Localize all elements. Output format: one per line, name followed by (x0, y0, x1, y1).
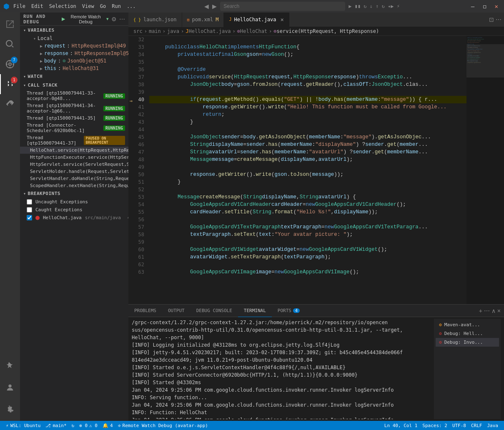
panel-more-button[interactable]: ⋯ (484, 308, 490, 314)
tab-launch-json[interactable]: { } launch.json (128, 12, 182, 27)
activity-testing[interactable] (0, 356, 20, 376)
panel-tab-problems[interactable]: PROBLEMS (128, 305, 162, 317)
activity-git[interactable]: 7 (0, 54, 20, 74)
sync-status[interactable]: ↻ (69, 423, 77, 428)
breadcrumb-src[interactable]: src (133, 28, 143, 34)
terminal-content[interactable]: /grpc-context/1.27.2/grpc-context-1.27.2… (128, 317, 504, 421)
panel-tab-ports[interactable]: PORTS 4 (272, 305, 306, 317)
indentation-status[interactable]: Spaces: 2 (420, 423, 450, 428)
ln-50: 50 (128, 171, 148, 178)
tab-pom-xml[interactable]: ⊞ pom.xml M (182, 12, 224, 27)
encoding-label: UTF-8 (452, 423, 466, 428)
git-branch-status[interactable]: ⎇ main* (43, 423, 69, 428)
bp-uncaught[interactable]: Uncaught Exceptions (20, 198, 128, 206)
code-line-62 (149, 261, 466, 268)
var-body[interactable]: ▶ body : ⊙ JsonObject@51 (20, 57, 128, 65)
frame-3[interactable]: HttpServlet.service(ServletRequest,Servl… (20, 161, 128, 168)
menu-edit[interactable]: Edit (31, 3, 43, 9)
terminal-debug-hell-item[interactable]: ⚙ Debug: Hell... (436, 329, 499, 338)
local-scope[interactable]: ▾ Local (20, 35, 128, 42)
variables-section-header[interactable]: ▾ VARIABLES (20, 26, 128, 35)
menu-file[interactable]: File (13, 3, 25, 9)
menu-selection[interactable]: Selection (49, 3, 76, 9)
encoding-status[interactable]: UTF-8 (450, 423, 469, 428)
activity-extensions[interactable] (0, 94, 20, 114)
nav-forward-button[interactable]: ▶ (212, 3, 217, 10)
panel-tab-terminal[interactable]: TERMINAL (238, 305, 272, 317)
menu-go[interactable]: Go (100, 3, 106, 9)
callstack-section-header[interactable]: ▾ CALL STACK (20, 81, 128, 90)
line-ending-status[interactable]: CRLF (469, 423, 485, 428)
frame-2[interactable]: HttpFunctionExecutor.service(HttpServlet… (20, 154, 128, 161)
watch-section-header[interactable]: ▾ WATCH (20, 72, 128, 81)
run-debug-button[interactable]: ▶ Remote Watch Debug ▾ (62, 14, 109, 24)
notifications-status[interactable]: 🔔 4 (100, 423, 115, 428)
close-button[interactable]: ✕ (492, 3, 501, 10)
breadcrumb-sep2: › (163, 28, 165, 34)
breadcrumb-main[interactable]: main (149, 28, 161, 34)
frame-5-name: ServletHandler.doHandle(String,Request,H… (30, 176, 128, 181)
menu-more[interactable]: ... (127, 3, 136, 9)
var-sep-body: : (58, 58, 61, 64)
menu-run[interactable]: Run (112, 3, 121, 9)
bp-hellochat-checkbox[interactable] (27, 215, 32, 220)
bp-caught[interactable]: Caught Exceptions (20, 206, 128, 214)
frame-6[interactable]: ScopedHandler.nextHandle(String,Request,… (20, 182, 128, 189)
status-right: Ln 40, Col 1 Spaces: 2 UTF-8 CRLF Java (382, 423, 501, 428)
menu-view[interactable]: View (82, 3, 94, 9)
callstack-chevron: ▾ (23, 83, 26, 88)
activity-debug[interactable]: 1 (0, 74, 20, 94)
panel-add-button[interactable]: + (479, 308, 482, 314)
panel-collapse-button[interactable]: ∧ (491, 308, 496, 314)
more-tabs-button[interactable]: ⋯ (496, 16, 501, 23)
breadcrumb: src › main › java › J HelloChat.java › ⊙… (128, 27, 504, 36)
bp-uncaught-checkbox[interactable] (27, 199, 32, 205)
breadcrumb-class[interactable]: HelloChat (240, 28, 267, 34)
var-request[interactable]: ▶ request : HttpRequestImpl@49 (20, 42, 128, 50)
errors-status[interactable]: ⊗ 0 ⚠ 0 (77, 423, 100, 428)
activity-settings[interactable] (0, 399, 20, 419)
nav-back-button[interactable]: ◀ (204, 3, 209, 10)
minimize-button[interactable]: — (469, 3, 477, 10)
terminal-maven-item[interactable]: ⚙ Maven-avat... (436, 320, 499, 329)
frame-5[interactable]: ServletHandler.doHandle(String,Request,H… (20, 175, 128, 182)
debug-more-button[interactable]: ⋯ (119, 16, 125, 22)
split-editor-button[interactable]: ⊡ (489, 16, 494, 23)
panel-tab-debug-console[interactable]: DEBUG CONSOLE (191, 305, 238, 317)
activity-search[interactable] (0, 34, 20, 54)
panel-close-button[interactable]: × (497, 308, 501, 314)
breadcrumb-java[interactable]: java (167, 28, 179, 34)
var-this[interactable]: ▶ this : HelloChat@31 (20, 65, 128, 72)
code-content[interactable]: public class HelloChat implements HttpFu… (149, 36, 466, 304)
thread-2[interactable]: Thread [qtp1500079441-34-acceptor-1@66..… (20, 102, 128, 115)
thread-3[interactable]: Thread [qtp1500079441-35] RUNNING (20, 115, 128, 122)
debug-status[interactable]: ⎆ Remote Watch Debug (avatar-app) (115, 423, 211, 428)
tab-hellochat-close[interactable]: × (281, 16, 284, 23)
minimap[interactable]: publicclassHelloChat implementsHttpFunct… (466, 36, 504, 304)
cursor-position-status[interactable]: Ln 40, Col 1 (382, 423, 420, 428)
breadcrumb-file[interactable]: HelloChat.java (188, 28, 231, 34)
language-status[interactable]: Java (485, 423, 501, 428)
activity-explorer[interactable] (0, 14, 20, 34)
git-branch-label: main* (53, 423, 66, 428)
panel-tab-output[interactable]: OUTPUT (162, 305, 191, 317)
bp-caught-checkbox[interactable] (27, 207, 32, 212)
thread-4[interactable]: Thread [Connector-Scheduler-6920b0bc-1] … (20, 122, 128, 134)
frame-4[interactable]: ServletHolder.handle(Request,ServletRequ… (20, 168, 128, 175)
var-response[interactable]: ▶ response : HttpResponseImpl@50 (20, 50, 128, 57)
thread-1[interactable]: Thread [qtp1500079441-33-acceptor-0@48..… (20, 90, 128, 102)
ln-35: 35 (128, 58, 148, 66)
frame-1[interactable]: HelloChat.service(HttpRequest,HttpRespon… (20, 147, 128, 154)
activity-account[interactable] (0, 378, 20, 398)
breadcrumb-method[interactable]: service(HttpRequest, HttpResponse) (277, 28, 379, 34)
maximize-button[interactable]: ◻ (480, 3, 489, 10)
terminal-debug-invo-item[interactable]: ⚙ Debug: Invo... (436, 338, 499, 347)
search-input[interactable] (220, 2, 345, 11)
thread-5[interactable]: Thread [qtp1500079441-37] PAUSED ON BREA… (20, 134, 128, 147)
bp-hellochat[interactable]: HelloChat.java src/main/java 40 (20, 214, 128, 222)
breakpoints-section-header[interactable]: ▾ BREAKPOINTS (20, 189, 128, 198)
remote-badge[interactable]: ⚡ WSL: Ubuntu (3, 421, 43, 430)
thread-5-badge: PAUSED ON BREAKPOINT (84, 136, 125, 145)
debug-settings-button[interactable]: ⚙ (111, 16, 117, 22)
tab-hellochat-java[interactable]: J HelloChat.java × (224, 12, 289, 27)
